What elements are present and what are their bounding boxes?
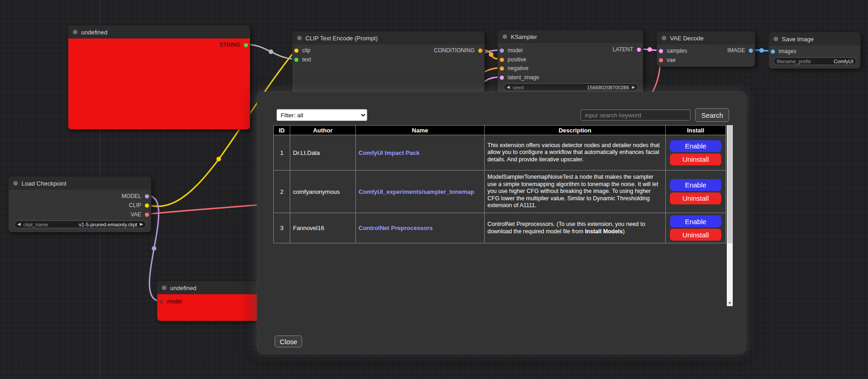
output-slot-string[interactable]: STRING xyxy=(220,42,248,48)
node-title: CLIP Text Encode (Prompt) xyxy=(305,35,378,42)
uninstall-button[interactable]: Uninstall xyxy=(670,154,721,165)
output-pin-image[interactable] xyxy=(749,49,753,53)
collapse-dot-icon[interactable] xyxy=(503,34,507,39)
enable-button[interactable]: Enable xyxy=(670,179,721,191)
output-slot-image[interactable]: IMAGE xyxy=(727,47,753,54)
input-pin-model[interactable] xyxy=(500,49,504,53)
input-pin-positive[interactable] xyxy=(500,58,504,62)
output-pin-latent[interactable] xyxy=(637,48,641,52)
input-pin-model[interactable] xyxy=(159,300,163,304)
node-undefined-top[interactable]: undefined STRING xyxy=(68,25,250,130)
cell-author: Fannovel16 xyxy=(290,213,356,243)
filename-prefix-widget[interactable]: filename_prefix ComfyUI xyxy=(774,57,857,65)
widget-label: ckpt_name xyxy=(23,222,48,227)
wire-model-dot xyxy=(152,246,156,251)
input-slot-text[interactable]: text xyxy=(294,56,311,63)
search-input[interactable] xyxy=(581,110,691,121)
table-row: 3 Fannovel16 ControlNet Preprocessors Co… xyxy=(274,213,726,243)
output-pin-vae[interactable] xyxy=(145,213,149,217)
enable-button[interactable]: Enable xyxy=(670,215,721,227)
output-pin-model[interactable] xyxy=(145,194,149,198)
collapse-dot-icon[interactable] xyxy=(73,30,77,34)
decrement-arrow-icon[interactable]: ◀ xyxy=(507,85,510,89)
node-vae-decode[interactable]: VAE Decode samples vae IMAGE xyxy=(657,31,755,67)
extension-link[interactable]: ComfyUI Impact Pack xyxy=(359,149,420,156)
collapse-dot-icon[interactable] xyxy=(774,37,778,41)
output-slot-conditioning[interactable]: CONDITIONING xyxy=(434,47,482,54)
slot-label: clip xyxy=(302,47,310,54)
output-pin-clip[interactable] xyxy=(145,203,149,208)
filter-select[interactable]: Filter: all xyxy=(276,109,367,121)
description-tail-text: ) xyxy=(623,228,625,235)
slot-label: vae xyxy=(667,57,675,63)
uninstall-button[interactable]: Uninstall xyxy=(670,192,721,204)
slot-label: STRING xyxy=(220,42,240,48)
output-slot-vae[interactable]: VAE xyxy=(131,211,149,218)
widget-value: 156680208700286 xyxy=(587,85,629,90)
cell-author: comfyanonymous xyxy=(290,170,356,213)
output-slot-clip[interactable]: CLIP xyxy=(129,202,149,209)
collapse-dot-icon[interactable] xyxy=(162,286,166,290)
node-graph-canvas[interactable]: undefined STRING CLIP Text Encode (Promp… xyxy=(0,0,868,379)
node-title: Save Image xyxy=(782,36,813,43)
table-row: 1 Dr.Lt.Data ComfyUI Impact Pack This ex… xyxy=(274,135,726,170)
output-slot-model[interactable]: MODEL xyxy=(122,193,149,199)
input-pin-clip[interactable] xyxy=(294,49,299,53)
wire-conditioning-dot xyxy=(489,52,493,57)
header-description: Description xyxy=(485,126,666,135)
node-title: VAE Decode xyxy=(670,35,703,42)
node-title-bar[interactable]: VAE Decode xyxy=(657,32,755,44)
collapse-dot-icon[interactable] xyxy=(297,36,302,40)
scrollbar-thumb[interactable] xyxy=(727,125,732,243)
increment-arrow-icon[interactable]: ▶ xyxy=(140,222,143,226)
input-slot-images[interactable]: images xyxy=(771,48,796,55)
extension-link[interactable]: ControlNet Preprocessors xyxy=(359,225,433,231)
input-pin-text[interactable] xyxy=(294,58,299,62)
cell-name: ComfyUI Impact Pack xyxy=(356,135,485,170)
search-button[interactable]: Search xyxy=(695,108,729,122)
input-pin-latent-image[interactable] xyxy=(500,76,504,80)
input-pin-vae[interactable] xyxy=(659,58,663,62)
output-pin-conditioning[interactable] xyxy=(478,49,482,53)
input-slot-model[interactable]: model xyxy=(159,298,182,305)
slot-label: model xyxy=(508,47,523,54)
node-title-bar[interactable]: KSampler xyxy=(498,30,643,43)
input-slot-positive[interactable]: positive xyxy=(500,56,526,63)
input-slot-model[interactable]: model xyxy=(500,47,523,54)
scrollbar-down-arrow-icon[interactable]: ▼ xyxy=(727,300,733,306)
enable-button[interactable]: Enable xyxy=(670,140,721,152)
node-title-bar[interactable]: undefined xyxy=(68,26,250,38)
input-pin-negative[interactable] xyxy=(500,66,504,71)
node-title-bar[interactable]: CLIP Text Encode (Prompt) xyxy=(293,32,484,44)
input-slot-clip[interactable]: clip xyxy=(294,47,310,54)
output-pin-string[interactable] xyxy=(244,43,248,47)
collapse-dot-icon[interactable] xyxy=(662,36,666,40)
output-slot-latent[interactable]: LATENT xyxy=(613,46,641,53)
node-title-bar[interactable]: Load Checkpoint xyxy=(9,177,151,190)
decrement-arrow-icon[interactable]: ◀ xyxy=(17,222,21,226)
seed-widget[interactable]: ◀ seed 156680208700286 ▶ xyxy=(503,83,638,91)
manager-dialog: Filter: all Search ID Author Name Descri… xyxy=(257,92,746,354)
wire-clip-dot xyxy=(216,157,221,161)
collapse-dot-icon[interactable] xyxy=(13,181,18,186)
input-slot-samples[interactable]: samples xyxy=(659,48,687,54)
input-slot-vae[interactable]: vae xyxy=(659,57,675,63)
input-slot-latent-image[interactable]: latent_image xyxy=(500,74,539,81)
increment-arrow-icon[interactable]: ▶ xyxy=(632,85,635,89)
node-title: undefined xyxy=(170,285,196,291)
uninstall-button[interactable]: Uninstall xyxy=(670,229,721,241)
close-button[interactable]: Close xyxy=(275,335,302,347)
ckpt-name-widget[interactable]: ◀ ckpt_name v1-5-pruned-emaonly.ckpt ▶ xyxy=(14,220,146,228)
extensions-table: ID Author Name Description Install 1 Dr.… xyxy=(273,125,726,243)
input-pin-images[interactable] xyxy=(771,49,775,54)
extension-link[interactable]: ComfyUI_experiments/sampler_tonemap xyxy=(359,188,474,195)
slot-label: latent_image xyxy=(508,74,539,81)
cell-install: Enable Uninstall xyxy=(666,170,726,213)
input-slot-negative[interactable]: negative xyxy=(500,65,528,71)
slot-label: images xyxy=(779,48,796,55)
table-scrollbar[interactable]: ▼ xyxy=(727,125,733,306)
input-pin-samples[interactable] xyxy=(659,49,663,53)
node-save-image[interactable]: Save Image images filename_prefix ComfyU… xyxy=(768,32,861,69)
node-title-bar[interactable]: Save Image xyxy=(769,33,860,45)
node-load-checkpoint[interactable]: Load Checkpoint MODEL CLIP VAE ◀ ckpt_na… xyxy=(8,176,151,232)
